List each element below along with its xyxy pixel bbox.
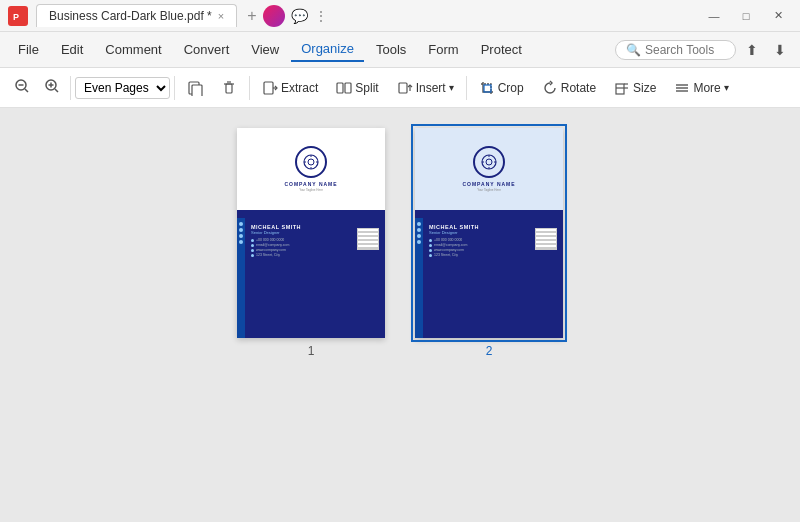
- dot4: [239, 240, 243, 244]
- card-2-address: 123 Street, City: [429, 253, 531, 257]
- user-icons: 💬 ⋮: [263, 5, 328, 27]
- user-avatar: [263, 5, 285, 27]
- card-1-top: COMPANY NAME Your Tagline Here: [237, 128, 385, 218]
- svg-point-34: [486, 159, 492, 165]
- card-2-email: email@company.com: [429, 243, 531, 247]
- more-button[interactable]: More ▾: [666, 76, 736, 100]
- search-tools-input[interactable]: [645, 43, 725, 57]
- cloud-download-button[interactable]: ⬇: [768, 40, 792, 60]
- delete-button[interactable]: [213, 76, 245, 100]
- menu-bar: File Edit Comment Convert View Organize …: [0, 32, 800, 68]
- svg-rect-14: [264, 82, 273, 94]
- card-2-company: COMPANY NAME: [462, 181, 515, 187]
- dot2: [417, 228, 421, 232]
- close-button[interactable]: ✕: [764, 6, 792, 26]
- svg-rect-18: [399, 83, 407, 93]
- chat-icon[interactable]: 💬: [291, 8, 308, 24]
- insert-pages-button[interactable]: [179, 76, 211, 100]
- menu-comment[interactable]: Comment: [95, 38, 171, 61]
- card-2-web: www.company.com: [429, 248, 531, 252]
- svg-text:P: P: [13, 12, 19, 22]
- card-2-details: +00 000 000 0000 email@company.com www.c…: [429, 238, 531, 257]
- maximize-button[interactable]: □: [732, 6, 760, 26]
- menu-organize[interactable]: Organize: [291, 37, 364, 62]
- crop-button[interactable]: Crop: [471, 76, 532, 100]
- card-2-side: [415, 218, 423, 338]
- card-1-phone: +00 000 000 0000: [251, 238, 353, 242]
- menu-tools[interactable]: Tools: [366, 38, 416, 61]
- card-1-side: [237, 218, 245, 338]
- menu-protect[interactable]: Protect: [471, 38, 532, 61]
- more-options-icon[interactable]: ⋮: [314, 8, 328, 24]
- size-button[interactable]: Size: [606, 76, 664, 100]
- page-2-box[interactable]: COMPANY NAME Your Tagline Here MICHEAL S…: [415, 128, 563, 338]
- menu-form[interactable]: Form: [418, 38, 468, 61]
- tab-title: Business Card-Dark Blue.pdf *: [49, 9, 212, 23]
- menu-actions: 🔍 ⬆ ⬇: [615, 40, 792, 60]
- zoom-out-button[interactable]: [8, 74, 36, 101]
- dot1: [239, 222, 243, 226]
- card-2-info: MICHEAL SMITH Senior Designer +00 000 00…: [429, 224, 531, 332]
- card-1: COMPANY NAME Your Tagline Here MICHEAL S…: [237, 128, 385, 338]
- card-2-qr: [535, 228, 557, 250]
- card-1-details: +00 000 000 0000 email@company.com www.c…: [251, 238, 353, 257]
- card-1-bottom-wrap: MICHEAL SMITH Senior Designer +00 000 00…: [237, 218, 385, 338]
- page-filter-select[interactable]: Even Pages All Pages Odd Pages: [75, 77, 170, 99]
- tab-close-button[interactable]: ×: [218, 10, 224, 22]
- card-1-email: email@company.com: [251, 243, 353, 247]
- card-1-address: 123 Street, City: [251, 253, 353, 257]
- insert-button[interactable]: Insert ▾: [389, 76, 462, 100]
- card-1-title: Senior Designer: [251, 230, 353, 235]
- cloud-upload-button[interactable]: ⬆: [740, 40, 764, 60]
- dot2: [239, 228, 243, 232]
- separator: [249, 76, 250, 100]
- search-tools-box[interactable]: 🔍: [615, 40, 736, 60]
- more-dropdown-icon: ▾: [724, 82, 729, 93]
- card-2-phone: +00 000 000 0000: [429, 238, 531, 242]
- menu-convert[interactable]: Convert: [174, 38, 240, 61]
- search-icon: 🔍: [626, 43, 641, 57]
- svg-rect-16: [337, 83, 343, 93]
- card-1-tagline: Your Tagline Here: [299, 188, 323, 192]
- app-icon: P: [8, 6, 28, 26]
- minimize-button[interactable]: —: [700, 6, 728, 26]
- card-2-tagline: Your Tagline Here: [477, 188, 501, 192]
- menu-file[interactable]: File: [8, 38, 49, 61]
- svg-point-33: [482, 155, 496, 169]
- rotate-label: Rotate: [561, 81, 596, 95]
- svg-rect-11: [226, 84, 232, 93]
- card-1-qr: [357, 228, 379, 250]
- crop-label: Crop: [498, 81, 524, 95]
- insert-label: Insert: [416, 81, 446, 95]
- card-1-info: MICHEAL SMITH Senior Designer +00 000 00…: [251, 224, 353, 332]
- extract-button[interactable]: Extract: [254, 76, 326, 100]
- size-label: Size: [633, 81, 656, 95]
- separator: [70, 76, 71, 100]
- svg-line-4: [25, 89, 28, 92]
- zoom-in-button[interactable]: [38, 74, 66, 101]
- card-2-qr-area: [535, 224, 557, 332]
- card-2-logo: [473, 146, 505, 178]
- new-tab-button[interactable]: +: [241, 5, 262, 27]
- insert-dropdown-icon[interactable]: ▾: [449, 82, 454, 93]
- page-2-thumb[interactable]: COMPANY NAME Your Tagline Here MICHEAL S…: [415, 128, 563, 358]
- split-button[interactable]: Split: [328, 76, 386, 100]
- page-1-number: 1: [308, 344, 315, 358]
- card-1-qr-area: [357, 224, 379, 332]
- svg-rect-21: [616, 84, 624, 94]
- menu-view[interactable]: View: [241, 38, 289, 61]
- dot3: [239, 234, 243, 238]
- document-tab[interactable]: Business Card-Dark Blue.pdf * ×: [36, 4, 237, 27]
- page-1-box[interactable]: COMPANY NAME Your Tagline Here MICHEAL S…: [237, 128, 385, 338]
- menu-edit[interactable]: Edit: [51, 38, 93, 61]
- extract-label: Extract: [281, 81, 318, 95]
- dot4: [417, 240, 421, 244]
- page-filter[interactable]: Even Pages All Pages Odd Pages: [75, 77, 170, 99]
- rotate-button[interactable]: Rotate: [534, 76, 604, 100]
- page-1-thumb[interactable]: COMPANY NAME Your Tagline Here MICHEAL S…: [237, 128, 385, 358]
- toolbar: Even Pages All Pages Odd Pages Extract S…: [0, 68, 800, 108]
- svg-rect-10: [192, 85, 202, 96]
- svg-line-8: [55, 89, 58, 92]
- split-label: Split: [355, 81, 378, 95]
- card-2-info-area: MICHEAL SMITH Senior Designer +00 000 00…: [423, 218, 563, 338]
